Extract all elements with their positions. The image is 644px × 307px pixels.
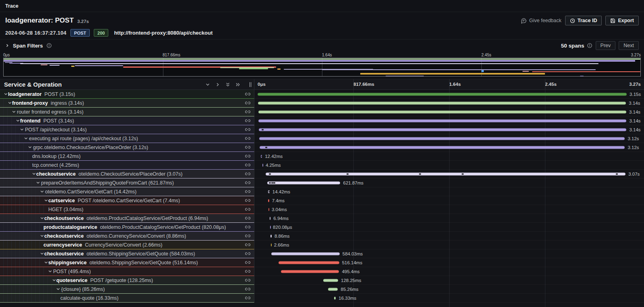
span-timeline-cell[interactable]: 495.4ms [254,267,644,276]
span-bar[interactable] [259,137,625,140]
span-timeline-cell[interactable]: 4.25ms [254,161,644,170]
span-bar[interactable] [266,172,625,175]
span-link-icon[interactable] [245,189,250,194]
collapse-one-icon[interactable] [205,82,210,87]
export-button[interactable]: Export [605,16,639,25]
expand-all-icon[interactable] [235,82,240,87]
span-timeline-cell[interactable]: 584.03ms [254,249,644,258]
collapse-chevron-icon[interactable] [15,118,20,123]
collapse-chevron-icon[interactable] [39,251,44,256]
span-name-cell[interactable]: tcp.connect (4.25ms) [0,161,254,170]
span-link-icon[interactable] [245,118,250,123]
span-name-cell[interactable]: {closure} (85.26ms) [0,285,254,294]
span-name-cell[interactable]: productcatalogserviceoteldemo.ProductCat… [0,223,254,232]
collapse-chevron-icon[interactable] [43,198,48,203]
span-timeline-cell[interactable]: 128.25ms [254,276,644,285]
span-link-icon[interactable] [245,233,250,239]
collapse-chevron-icon[interactable] [31,172,36,176]
span-bar[interactable] [258,93,627,95]
span-bar[interactable] [268,208,269,211]
span-timeline-cell[interactable]: 820.08μs [254,223,644,232]
span-bar[interactable] [262,164,263,166]
minimap-canvas[interactable] [3,58,641,77]
collapse-chevron-icon[interactable] [47,269,52,274]
span-link-icon[interactable] [245,109,250,114]
collapse-chevron-icon[interactable] [39,189,44,194]
span-timeline-cell[interactable]: 516.14ms [254,258,644,267]
span-link-icon[interactable] [245,278,250,283]
span-link-icon[interactable] [245,242,250,247]
span-name-cell[interactable]: POST /api/checkout (3.14s) [0,125,254,134]
span-link-icon[interactable] [245,224,250,230]
span-bar[interactable] [271,243,272,246]
span-timeline-cell[interactable]: 6.94ms [254,214,644,223]
span-bar[interactable] [261,155,262,158]
span-link-icon[interactable] [245,171,250,176]
span-timeline-cell[interactable]: 3.14s [254,99,644,108]
span-bar[interactable] [323,279,338,282]
span-bar[interactable] [271,252,340,255]
span-timeline-cell[interactable]: 14.42ms [254,187,644,196]
span-bar[interactable] [259,128,627,131]
prev-button[interactable]: Prev [596,41,616,50]
span-bar[interactable] [328,288,338,290]
span-name-cell[interactable]: quoteservicePOST /getquote (128.25ms) [0,276,254,285]
span-link-icon[interactable] [245,162,250,168]
span-link-icon[interactable] [245,286,250,292]
span-timeline-cell[interactable]: 3.12s [254,134,644,143]
span-name-cell[interactable]: HGET (3.04ms) [0,205,254,214]
span-timeline-cell[interactable]: 3.14s [254,116,644,125]
span-timeline-cell[interactable]: 7.4ms [254,196,644,205]
collapse-chevron-icon[interactable] [52,278,56,282]
span-name-cell[interactable]: oteldemo.CartService/GetCart (14.42ms) [0,187,254,196]
span-filters-toggle[interactable]: Span Filters [5,43,52,49]
span-timeline-cell[interactable]: 3.15s [254,90,644,99]
span-timeline-cell[interactable]: 85.26ms [254,285,644,294]
span-name-cell[interactable]: POST (495.4ms) [0,267,254,276]
span-link-icon[interactable] [245,136,250,141]
span-bar[interactable] [334,297,336,299]
span-timeline-cell[interactable]: 3.04ms [254,205,644,214]
collapse-chevron-icon[interactable] [7,101,12,105]
collapse-chevron-icon[interactable] [35,180,40,185]
span-bar[interactable] [258,102,626,104]
span-link-icon[interactable] [245,216,250,221]
span-bar[interactable] [270,217,270,220]
span-name-cell[interactable]: checkoutserviceoteldemo.ProductCatalogSe… [0,214,254,223]
span-timeline-cell[interactable]: 8.86ms [254,232,644,241]
span-link-icon[interactable] [245,251,250,256]
span-name-cell[interactable]: calculate-quote (16.33ms) [0,294,254,303]
span-timeline-cell[interactable]: 3.07s [254,170,644,178]
span-bar[interactable] [258,119,626,122]
span-name-cell[interactable]: prepareOrderItemsAndShippingQuoteFromCar… [0,178,254,187]
collapse-chevron-icon[interactable] [27,145,32,149]
span-name-cell[interactable]: router frontend egress (3.14s) [0,108,254,116]
collapse-chevron-icon[interactable] [19,127,24,132]
span-timeline-cell[interactable]: 3.14s [254,125,644,134]
span-link-icon[interactable] [245,180,250,185]
span-link-icon[interactable] [245,207,250,212]
span-name-cell[interactable]: checkoutserviceoteldemo.ShippingService/… [0,249,254,258]
expand-one-icon[interactable] [215,82,220,87]
span-timeline-cell[interactable]: 621.87ms [254,178,644,187]
span-bar[interactable] [270,226,271,228]
span-link-icon[interactable] [245,198,250,203]
span-bar[interactable] [281,270,339,273]
span-bar[interactable] [258,110,626,113]
collapse-chevron-icon[interactable] [23,136,28,141]
span-name-cell[interactable]: shippingserviceoteldemo.ShippingService/… [0,258,254,267]
next-button[interactable]: Next [619,41,639,50]
span-link-icon[interactable] [245,295,250,301]
collapse-chevron-icon[interactable] [56,287,60,291]
span-link-icon[interactable] [245,100,250,106]
give-feedback-link[interactable]: Give feedback [521,18,561,24]
span-timeline-cell[interactable]: 3.12s [254,143,644,152]
span-bar[interactable] [268,199,269,202]
span-link-icon[interactable] [245,145,250,150]
span-name-cell[interactable]: frontendPOST (3.14s) [0,116,254,125]
collapse-chevron-icon[interactable] [39,216,44,220]
span-name-cell[interactable]: dns.lookup (12.42ms) [0,152,254,161]
span-name-cell[interactable]: checkoutserviceoteldemo.CheckoutService/… [0,170,254,178]
span-name-cell[interactable]: cartservicePOST /oteldemo.CartService/Ge… [0,196,254,205]
collapse-chevron-icon[interactable] [39,234,44,238]
